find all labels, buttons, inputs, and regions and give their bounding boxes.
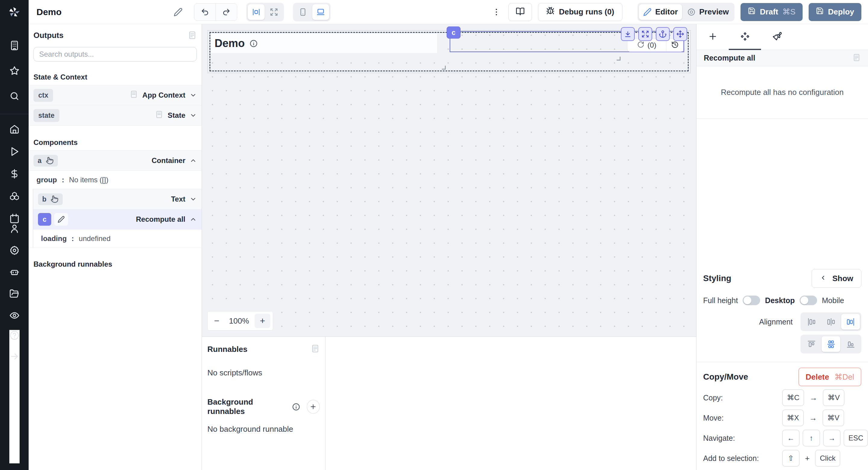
sidebar-nav-main [9, 124, 20, 224]
component-b-id: b [42, 195, 46, 203]
component-row-a[interactable]: a Container [29, 150, 202, 170]
property-row-group[interactable]: group : No items ([]) [29, 170, 202, 189]
deploy-button[interactable]: Deploy [809, 3, 861, 21]
draft-button[interactable]: Draft ⌘S [741, 3, 803, 21]
resize-handle[interactable] [617, 57, 621, 61]
tab-insert-component[interactable] [696, 24, 729, 50]
canvas-width-toggle [246, 3, 284, 21]
chevron-down-icon[interactable] [190, 92, 197, 99]
property-row-loading[interactable]: loading : undefined [33, 229, 202, 248]
outputs-doc-icon[interactable] [188, 31, 197, 41]
app-title: Demo [36, 7, 61, 17]
shortcut-row-navigate: Navigate: ← ↑ → ESC [703, 429, 861, 447]
anchor-component-icon[interactable] [656, 27, 670, 41]
delete-component-button[interactable]: Delete ⌘Del [798, 368, 861, 386]
align-top-button[interactable] [802, 336, 821, 352]
undo-button[interactable] [194, 3, 216, 21]
editor-tab[interactable]: Editor [639, 4, 682, 20]
preview-tab[interactable]: Preview [683, 4, 733, 20]
align-middle-button[interactable] [822, 336, 840, 352]
redo-button[interactable] [216, 3, 237, 21]
zoom-out-button[interactable]: − [210, 314, 223, 328]
rename-app-pencil-icon[interactable] [174, 7, 183, 17]
output-row-ctx[interactable]: ctx App Context [29, 85, 202, 105]
full-width-canvas-button[interactable] [266, 4, 282, 20]
chevron-up-icon[interactable] [190, 157, 197, 164]
chevron-down-icon[interactable] [190, 112, 197, 119]
rename-component-pencil-icon[interactable] [54, 213, 68, 226]
show-styling-button[interactable]: Show [812, 269, 861, 288]
audit-eye-icon[interactable] [9, 310, 20, 320]
component-row-c-selected[interactable]: c Recompute all [33, 209, 202, 229]
tab-component-settings[interactable] [729, 24, 761, 50]
desktop-mobile-toggle[interactable] [800, 295, 817, 305]
ctx-badge[interactable]: ctx [33, 89, 53, 102]
resources-boxes-icon[interactable] [9, 191, 20, 201]
more-options-kebab-icon[interactable] [490, 8, 502, 16]
home-icon[interactable] [9, 124, 20, 134]
debug-runs-button[interactable]: Debug runs (0) [538, 3, 622, 21]
state-context-title: State & Context [29, 69, 202, 85]
component-b-badge[interactable]: b [38, 193, 63, 205]
settings-doc-icon[interactable] [852, 53, 861, 63]
main-area: Demo [29, 0, 868, 470]
save-icon [816, 7, 824, 17]
info-icon[interactable] [292, 403, 300, 411]
workers-robot-icon[interactable] [9, 267, 20, 277]
editor-pencil-icon [643, 8, 652, 16]
component-c-badge[interactable]: c [38, 213, 51, 226]
info-icon[interactable] [250, 39, 258, 48]
book-open-icon [516, 7, 525, 17]
help-icon[interactable] [9, 330, 20, 340]
background-runnables-empty-text: No background runnable [207, 425, 320, 434]
component-c-type: Recompute all [136, 215, 185, 224]
fill-height-arrow-down-icon[interactable] [621, 27, 635, 41]
outputs-panel: Outputs State & Context ctx [29, 24, 202, 470]
folders-icon[interactable] [9, 289, 20, 299]
component-row-b[interactable]: b Text [33, 189, 202, 209]
runs-play-icon[interactable] [9, 147, 20, 157]
search-outputs-input[interactable] [33, 47, 197, 61]
component-a-badge[interactable]: a [33, 155, 58, 167]
text-b-component[interactable]: Demo [211, 34, 437, 53]
expand-component-icon[interactable] [638, 27, 652, 41]
runnable-editor-empty-area [326, 337, 696, 470]
full-height-toggle[interactable] [743, 295, 760, 305]
sidebar-nav-top [9, 40, 20, 101]
resize-handle[interactable] [442, 66, 446, 70]
tab-global-styling[interactable] [761, 24, 793, 50]
variables-dollar-icon[interactable] [9, 169, 20, 179]
search-icon[interactable] [9, 91, 20, 101]
centered-canvas-button[interactable] [248, 4, 265, 20]
schedules-calendar-icon[interactable] [9, 213, 20, 224]
pointer-hand-icon [46, 157, 54, 164]
chevron-up-icon[interactable] [190, 216, 197, 223]
state-badge[interactable]: state [33, 109, 59, 122]
show-label: Show [832, 274, 853, 283]
output-row-state[interactable]: state State [29, 105, 202, 125]
windmill-logo[interactable] [7, 5, 22, 19]
kbd-cmd-c: ⌘C [782, 389, 804, 406]
chevron-down-icon[interactable] [190, 195, 197, 203]
docs-book-button[interactable] [508, 3, 532, 21]
align-center-button[interactable] [822, 314, 840, 330]
selected-component-id-tab[interactable]: c [447, 27, 461, 38]
app-canvas[interactable]: Demo c [202, 24, 696, 337]
zoom-in-button[interactable]: + [255, 314, 270, 328]
mobile-view-button[interactable] [294, 4, 311, 20]
desktop-view-button[interactable] [312, 4, 329, 20]
settings-gear-icon[interactable] [9, 245, 20, 255]
align-right-button[interactable] [841, 314, 860, 330]
favorites-star-icon[interactable] [9, 66, 20, 76]
align-bottom-button[interactable] [841, 336, 860, 352]
delete-shortcut: ⌘Del [835, 372, 854, 382]
collapse-arrow-right-icon[interactable] [9, 351, 20, 362]
align-left-button[interactable] [802, 314, 821, 330]
runnables-doc-icon[interactable] [311, 344, 320, 354]
workspace-building-icon[interactable] [9, 40, 20, 51]
move-component-icon[interactable] [673, 27, 687, 41]
draft-shortcut: ⌘S [782, 7, 795, 17]
add-background-runnable-button[interactable] [307, 400, 320, 414]
user-icon[interactable] [9, 224, 20, 234]
desktop-label: Desktop [765, 296, 795, 305]
